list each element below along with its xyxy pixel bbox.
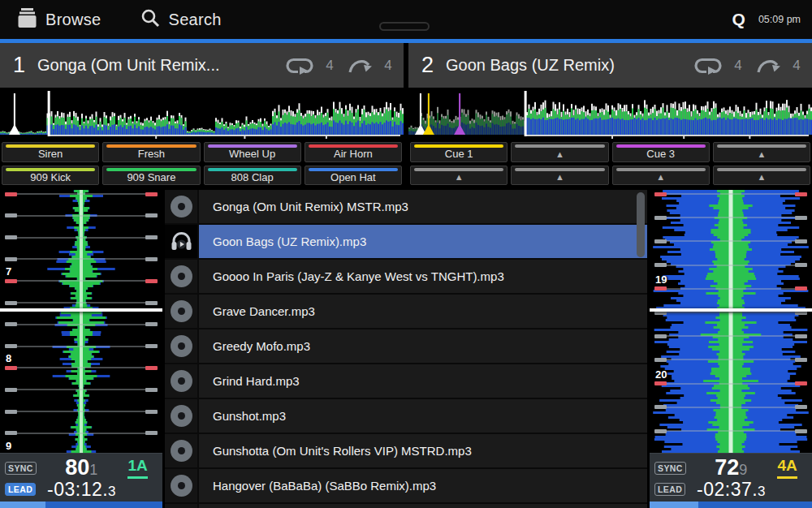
deck-track-title: Goon Bags (UZ Remix) bbox=[446, 56, 682, 75]
deck-2-overview-waveform[interactable] bbox=[408, 88, 812, 140]
pad-cue-empty[interactable]: ▲ bbox=[713, 166, 810, 186]
scrollbar-thumb[interactable] bbox=[637, 192, 645, 257]
pad-cue-empty[interactable]: ▲ bbox=[713, 142, 810, 162]
top-bar: Browse Search Q 05:09 pm bbox=[0, 0, 812, 39]
pad-color-strip bbox=[6, 144, 95, 148]
deck-1: 1 Gonga (Om Unit Remix... 4 bbox=[0, 43, 404, 188]
pad-color-strip bbox=[6, 168, 95, 171]
pad-label: Cue 1 bbox=[445, 148, 473, 160]
bar-number-label: 8 bbox=[6, 352, 11, 364]
pad-cue-empty[interactable]: ▲ bbox=[511, 142, 608, 162]
deck-1-playhead-line bbox=[0, 308, 162, 312]
beat-jump-value[interactable]: 4 bbox=[382, 58, 394, 74]
pad-label: Siren bbox=[38, 148, 63, 160]
beat-gridline bbox=[5, 431, 158, 436]
quantize-button[interactable]: Q bbox=[732, 10, 745, 29]
pad-color-strip bbox=[106, 168, 196, 171]
search-label: Search bbox=[169, 11, 222, 29]
bar-gridline bbox=[654, 381, 807, 386]
loop-icon[interactable] bbox=[285, 56, 314, 75]
pad-color-strip bbox=[106, 144, 196, 148]
pad-open-hat[interactable]: Open Hat bbox=[304, 166, 402, 186]
record-disc-icon bbox=[165, 504, 197, 508]
beat-gridline bbox=[5, 344, 158, 349]
sync-badge: SYNC bbox=[5, 462, 37, 475]
track-row[interactable]: Goooo In Paris (Jay-Z & Kanye West vs TN… bbox=[165, 260, 647, 293]
track-title bbox=[199, 504, 647, 508]
beat-jump-icon[interactable] bbox=[347, 56, 373, 75]
pad-color-strip bbox=[309, 168, 398, 171]
track-row[interactable]: Greedy Mofo.mp3 bbox=[165, 329, 647, 363]
deck-2: 2 Goon Bags (UZ Remix) 4 bbox=[408, 43, 812, 188]
sync-badge: SYNC bbox=[654, 462, 686, 475]
bar-number-label: 9 bbox=[6, 440, 11, 452]
deck-2-time-remaining: -02:37.3 bbox=[697, 480, 766, 499]
browse-button[interactable]: Browse bbox=[18, 8, 102, 31]
pad-color-strip bbox=[309, 144, 398, 148]
pad-cue-empty[interactable]: ▲ bbox=[511, 166, 608, 186]
deck-2-vertical-waveform: SYNC 729 4A LEAD -02:37.3 1920 bbox=[650, 190, 812, 508]
beat-gridline bbox=[654, 428, 807, 433]
pad-cue-3[interactable]: Cue 3 bbox=[612, 142, 710, 162]
track-row[interactable]: Gunshotta (Om Unit's Rollers VIP) MSTRD.… bbox=[165, 434, 647, 467]
triangle-up-icon: ▲ bbox=[757, 172, 766, 182]
track-row[interactable]: Hangover (BaBaBa) (SaBBo Remix).mp3 bbox=[165, 469, 647, 502]
track-row[interactable]: Gunshot.mp3 bbox=[165, 399, 647, 433]
pad-cue-empty[interactable]: ▲ bbox=[410, 166, 508, 186]
track-row[interactable]: Gonga (Om Unit Remix) MSTR.mp3 bbox=[165, 190, 647, 223]
search-button[interactable]: Search bbox=[140, 8, 222, 31]
pad-808-clap[interactable]: 808 Clap bbox=[204, 166, 301, 186]
record-disc-icon bbox=[165, 434, 197, 467]
pad-wheel-up[interactable]: Wheel Up bbox=[204, 142, 301, 162]
browse-label: Browse bbox=[45, 11, 102, 29]
pad-909-snare[interactable]: 909 Snare bbox=[102, 166, 200, 186]
beat-gridline bbox=[654, 215, 807, 220]
pad-color-strip bbox=[616, 144, 706, 148]
track-title: Grave Dancer.mp3 bbox=[199, 295, 647, 328]
pad-air-horn[interactable]: Air Horn bbox=[304, 142, 402, 162]
track-row[interactable]: Goon Bags (UZ Remix).mp3 bbox=[165, 225, 647, 258]
deck-number: 2 bbox=[421, 53, 434, 78]
loop-icon[interactable] bbox=[693, 56, 723, 75]
library-crate-icon bbox=[18, 8, 37, 31]
pad-color-strip bbox=[515, 168, 604, 171]
record-disc-icon bbox=[165, 329, 197, 363]
loop-size-value[interactable]: 4 bbox=[324, 58, 335, 74]
track-row[interactable]: Grind Hard.mp3 bbox=[165, 364, 647, 398]
pad-label: Cue 3 bbox=[646, 148, 675, 160]
track-title: Gunshot.mp3 bbox=[199, 399, 647, 433]
record-disc-icon bbox=[165, 364, 197, 398]
beat-gridline bbox=[654, 405, 807, 410]
bar-gridline bbox=[5, 278, 158, 283]
deck-1-overview-waveform[interactable] bbox=[0, 88, 404, 140]
bar-gridline bbox=[654, 192, 807, 196]
pad-color-strip bbox=[717, 168, 806, 171]
pad-color-strip bbox=[208, 144, 297, 148]
deck-1-key-badge: 1A bbox=[127, 457, 147, 479]
deck-number: 1 bbox=[13, 53, 25, 78]
pad-cue-1[interactable]: Cue 1 bbox=[410, 142, 508, 162]
engine-dj-screen: Browse Search Q 05:09 pm 1 Gonga (Om Uni… bbox=[0, 0, 812, 508]
track-row[interactable]: Grave Dancer.mp3 bbox=[165, 295, 647, 328]
deck-1-pad-bank: SirenFreshWheel UpAir Horn909 Kick909 Sn… bbox=[0, 140, 404, 188]
bar-number-label: 7 bbox=[6, 265, 11, 278]
pad-color-strip bbox=[616, 168, 706, 171]
track-title: Grind Hard.mp3 bbox=[199, 364, 647, 398]
pad-fresh[interactable]: Fresh bbox=[102, 142, 200, 162]
beat-gridline bbox=[5, 235, 158, 240]
beat-gridline bbox=[5, 387, 158, 392]
pad-909-kick[interactable]: 909 Kick bbox=[2, 166, 99, 186]
deck-1-bpm: 801 bbox=[47, 457, 116, 479]
bar-number-label: 20 bbox=[655, 368, 667, 381]
deck-track-title: Gonga (Om Unit Remix... bbox=[37, 56, 274, 75]
track-title: Goon Bags (UZ Remix).mp3 bbox=[199, 225, 647, 258]
triangle-up-icon: ▲ bbox=[555, 149, 564, 159]
record-disc-icon bbox=[165, 190, 197, 223]
pad-siren[interactable]: Siren bbox=[2, 142, 99, 162]
track-row-partial bbox=[165, 504, 647, 508]
beat-jump-icon[interactable] bbox=[755, 56, 781, 75]
deck-2-playhead-line bbox=[650, 308, 812, 312]
loop-size-value[interactable]: 4 bbox=[732, 58, 744, 74]
pad-cue-empty[interactable]: ▲ bbox=[612, 166, 710, 186]
beat-jump-value[interactable]: 4 bbox=[791, 58, 802, 74]
